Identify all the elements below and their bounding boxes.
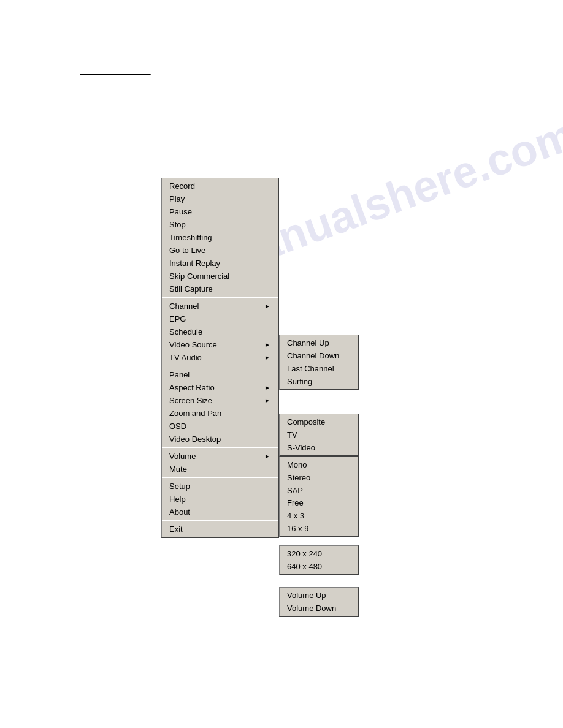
menu-item-about[interactable]: About — [162, 506, 278, 518]
menu-item-play[interactable]: Play — [162, 192, 278, 205]
submenu-640x480[interactable]: 640 x 480 — [280, 560, 358, 573]
submenu-free[interactable]: Free — [280, 496, 358, 509]
submenu-last-channel[interactable]: Last Channel — [280, 362, 358, 375]
menu-item-aspectratio[interactable]: Aspect Ratio ► — [162, 381, 278, 394]
submenu-4x3[interactable]: 4 x 3 — [280, 509, 358, 522]
menu-item-volume[interactable]: Volume ► — [162, 450, 278, 463]
submenu-stereo[interactable]: Stereo — [280, 471, 358, 484]
menu-item-tvaudio[interactable]: TV Audio ► — [162, 351, 278, 364]
aspectratio-arrow: ► — [264, 384, 270, 391]
submenu-channel: Channel Up Channel Down Last Channel Sur… — [279, 335, 359, 390]
submenu-surfing[interactable]: Surfing — [280, 375, 358, 388]
menu-item-instantreplay[interactable]: Instant Replay — [162, 257, 278, 270]
menu-item-pause[interactable]: Pause — [162, 205, 278, 218]
submenu-channel-down[interactable]: Channel Down — [280, 349, 358, 362]
submenu-16x9[interactable]: 16 x 9 — [280, 522, 358, 535]
menu-item-setup[interactable]: Setup — [162, 480, 278, 493]
menu-item-record[interactable]: Record — [162, 180, 278, 192]
volume-arrow: ► — [264, 453, 270, 460]
separator-4 — [162, 477, 278, 478]
videosource-arrow: ► — [264, 341, 270, 348]
main-menu: Record Play Pause Stop Timeshifting Go t… — [161, 178, 279, 538]
menu-item-zoomandpan[interactable]: Zoom and Pan — [162, 407, 278, 420]
menu-item-videosource[interactable]: Video Source ► — [162, 338, 278, 351]
separator-3 — [162, 447, 278, 448]
submenu-composite[interactable]: Composite — [280, 415, 358, 428]
submenu-videosource: Composite TV S-Video — [279, 414, 359, 457]
menu-item-stop[interactable]: Stop — [162, 218, 278, 231]
context-menu: Record Play Pause Stop Timeshifting Go t… — [161, 178, 279, 538]
menu-item-videodesktop[interactable]: Video Desktop — [162, 433, 278, 446]
screensize-arrow: ► — [264, 397, 270, 404]
separator-5 — [162, 520, 278, 521]
submenu-tv[interactable]: TV — [280, 428, 358, 441]
menu-item-exit[interactable]: Exit — [162, 523, 278, 536]
menu-item-skipcommercial[interactable]: Skip Commercial — [162, 270, 278, 282]
submenu-tvaudio: Mono Stereo SAP — [279, 457, 359, 499]
menu-item-screensize[interactable]: Screen Size ► — [162, 394, 278, 407]
menu-item-help[interactable]: Help — [162, 493, 278, 506]
submenu-volume-up[interactable]: Volume Up — [280, 589, 358, 602]
underline-text: ________________ — [80, 66, 151, 75]
menu-item-epg[interactable]: EPG — [162, 313, 278, 325]
submenu-channel-up[interactable]: Channel Up — [280, 336, 358, 349]
channel-arrow: ► — [264, 303, 270, 309]
menu-item-stillcapture[interactable]: Still Capture — [162, 282, 278, 295]
submenu-volume-down[interactable]: Volume Down — [280, 602, 358, 615]
menu-item-timeshifting[interactable]: Timeshifting — [162, 231, 278, 244]
menu-item-gotolive[interactable]: Go to Live — [162, 244, 278, 257]
menu-item-panel[interactable]: Panel — [162, 368, 278, 381]
menu-item-mute[interactable]: Mute — [162, 463, 278, 476]
submenu-volume: Volume Up Volume Down — [279, 587, 359, 617]
separator-2 — [162, 366, 278, 366]
tvaudio-arrow: ► — [264, 354, 270, 361]
menu-item-schedule[interactable]: Schedule — [162, 325, 278, 338]
menu-item-channel[interactable]: Channel ► — [162, 300, 278, 313]
submenu-mono[interactable]: Mono — [280, 458, 358, 471]
submenu-screensize: 320 x 240 640 x 480 — [279, 545, 359, 575]
separator-1 — [162, 297, 278, 298]
menu-item-osd[interactable]: OSD — [162, 420, 278, 433]
submenu-svideo[interactable]: S-Video — [280, 441, 358, 454]
submenu-aspectratio: Free 4 x 3 16 x 9 — [279, 495, 359, 537]
submenu-320x240[interactable]: 320 x 240 — [280, 547, 358, 560]
